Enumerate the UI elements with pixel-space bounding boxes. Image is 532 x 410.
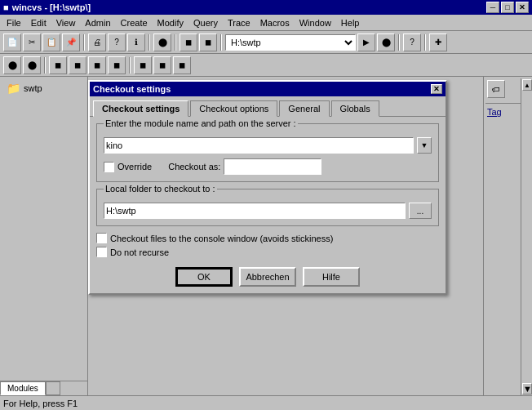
tree-item-label: swtp — [24, 83, 42, 93]
local-folder-row: ... — [104, 203, 432, 219]
module-combo-row: ▼ — [104, 137, 432, 154]
title-bar-buttons: ─ □ ✕ — [486, 2, 529, 13]
menu-view[interactable]: View — [51, 16, 81, 29]
dialog-buttons: OK Abbrechen Hilfe — [90, 264, 446, 293]
tb2-btn9[interactable]: ◼ — [173, 56, 191, 74]
close-button[interactable]: ✕ — [516, 2, 529, 13]
browse-button[interactable]: ▶ — [357, 33, 375, 51]
separator-5 — [398, 34, 400, 51]
menu-admin[interactable]: Admin — [80, 16, 115, 29]
copy-button[interactable]: 📋 — [42, 33, 60, 51]
checkout-dialog: Checkout settings ✕ Checkout settings Ch… — [88, 80, 447, 295]
tab-general[interactable]: General — [279, 100, 329, 117]
tb2-btn1[interactable]: ⬤ — [3, 56, 21, 74]
menu-query[interactable]: Query — [188, 16, 223, 29]
left-panel: 📁 swtp Modules — [0, 77, 88, 395]
browse-folder-button[interactable]: ... — [409, 203, 432, 219]
maximize-button[interactable]: □ — [501, 2, 514, 13]
status-bar: For Help, press F1 — [0, 395, 532, 410]
separator-4 — [220, 34, 222, 51]
tb2-btn4[interactable]: ◼ — [69, 56, 86, 74]
scroll-up-btn[interactable]: ▲ — [522, 79, 532, 91]
paste-button[interactable]: 📌 — [62, 33, 80, 51]
tab-checkout-options[interactable]: Checkout options — [190, 100, 277, 117]
separator-6 — [424, 34, 426, 51]
path-combo[interactable]: H:\swtp — [225, 34, 356, 51]
local-folder-input[interactable] — [104, 203, 406, 219]
new-button[interactable]: 📄 — [3, 33, 21, 51]
scroll-down-btn[interactable]: ▼ — [522, 383, 532, 394]
dialog-tab-strip: Checkout settings Checkout options Gener… — [90, 96, 446, 116]
tb-extra1[interactable]: ◼ — [180, 33, 197, 51]
menu-window[interactable]: Window — [295, 16, 336, 29]
info-button[interactable]: ℹ — [127, 33, 145, 51]
dialog-title-text: Checkout settings — [93, 84, 171, 94]
module-input[interactable] — [104, 137, 414, 154]
tab-left-2[interactable] — [46, 381, 60, 395]
tag-icon-btn[interactable]: 🏷 — [487, 80, 505, 98]
tab-globals[interactable]: Globals — [331, 100, 379, 117]
recurse-checkbox-label: Do not recurse — [110, 247, 169, 257]
right-panel: 🏷 Tag ▲ ▼ — [483, 77, 532, 395]
separator-3 — [175, 34, 176, 51]
recurse-checkbox[interactable] — [96, 247, 107, 257]
toolbar-2: ⬤ ⬤ ◼ ◼ ◼ ◼ ◼ ◼ ◼ — [0, 54, 532, 77]
checkout-as-input[interactable] — [224, 158, 321, 175]
title-bar-left: ■ wincvs - [H:\swtp\] — [3, 2, 91, 12]
stop-button[interactable]: ⬤ — [153, 33, 171, 51]
dialog-title-bar: Checkout settings ✕ — [90, 82, 446, 96]
separator-1 — [83, 34, 85, 51]
menu-file[interactable]: File — [2, 16, 26, 29]
tab-modules[interactable]: Modules — [0, 381, 46, 395]
title-bar: ■ wincvs - [H:\swtp\] ─ □ ✕ — [0, 0, 532, 15]
right-scrollbar[interactable]: ▲ ▼ — [521, 78, 532, 395]
tb2-btn5[interactable]: ◼ — [88, 56, 106, 74]
help-dialog-button[interactable]: Hilfe — [303, 267, 360, 287]
refresh-button[interactable]: ⬤ — [377, 33, 395, 51]
tb2-btn6[interactable]: ◼ — [108, 56, 126, 74]
tree-item-swtp[interactable]: 📁 swtp — [3, 80, 84, 96]
left-tabs: Modules — [0, 381, 87, 395]
console-checkbox-row: Checkout files to the console window (av… — [96, 233, 439, 243]
tab-checkout-settings[interactable]: Checkout settings — [93, 100, 188, 117]
menu-trace[interactable]: Trace — [223, 16, 255, 29]
module-combo-arrow[interactable]: ▼ — [417, 137, 432, 154]
dialog-close-button[interactable]: ✕ — [431, 84, 442, 94]
checkout-as-label: Checkout as: — [168, 162, 220, 172]
cancel-button[interactable]: Abbrechen — [239, 267, 296, 287]
tree-area: 📁 swtp — [0, 77, 87, 100]
override-checkbox[interactable] — [104, 162, 114, 172]
menu-edit[interactable]: Edit — [26, 16, 51, 29]
separator-7 — [44, 57, 46, 74]
recurse-checkbox-row: Do not recurse — [96, 247, 439, 257]
console-checkbox-label: Checkout files to the console window (av… — [110, 234, 333, 243]
folder-icon: 📁 — [7, 82, 20, 95]
tb2-btn3[interactable]: ◼ — [49, 56, 67, 74]
menu-help[interactable]: Help — [336, 16, 365, 29]
tb2-btn8[interactable]: ◼ — [153, 56, 171, 74]
local-folder-label: Local folder to checkout to : — [104, 184, 217, 194]
cut-button[interactable]: ✂ — [23, 33, 41, 51]
menu-create[interactable]: Create — [116, 16, 153, 29]
module-group: Enter the module name and path on the se… — [96, 123, 439, 182]
tb2-btn2[interactable]: ⬤ — [23, 56, 41, 74]
override-label: Override — [117, 162, 152, 172]
module-group-label: Enter the module name and path on the se… — [104, 118, 298, 128]
local-folder-group: Local folder to checkout to : ... — [96, 189, 439, 226]
ok-button[interactable]: OK — [175, 267, 233, 287]
menu-modify[interactable]: Modify — [153, 16, 188, 29]
tb2-btn7[interactable]: ◼ — [134, 56, 152, 74]
menu-macros[interactable]: Macros — [255, 16, 295, 29]
menu-bar: File Edit View Admin Create Modify Query… — [0, 15, 532, 31]
help2-button[interactable]: ? — [403, 33, 421, 51]
help-button[interactable]: ? — [108, 33, 126, 51]
add-button[interactable]: ✚ — [429, 33, 447, 51]
toolbar-1: 📄 ✂ 📋 📌 🖨 ? ℹ ⬤ ◼ ◼ H:\swtp ▶ ⬤ ? ✚ — [0, 31, 532, 54]
tb-extra2[interactable]: ◼ — [199, 33, 217, 51]
separator-2 — [149, 34, 150, 51]
window-title: wincvs - [H:\swtp\] — [12, 2, 91, 12]
print-button[interactable]: 🖨 — [88, 33, 106, 51]
console-checkbox[interactable] — [96, 233, 107, 243]
override-row: Override Checkout as: — [104, 158, 432, 175]
minimize-button[interactable]: ─ — [486, 2, 499, 13]
